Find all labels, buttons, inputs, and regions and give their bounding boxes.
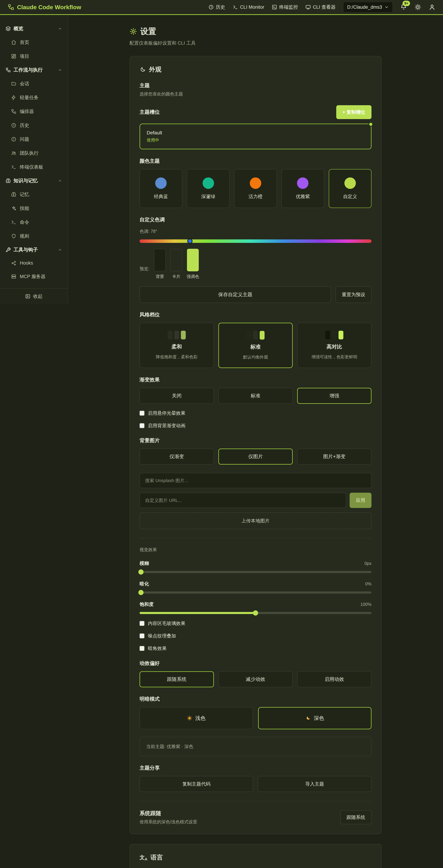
swatch-background bbox=[154, 249, 166, 271]
blur-slider[interactable] bbox=[139, 571, 372, 573]
theme-option-elegant-purple[interactable]: 优雅紫 bbox=[281, 169, 324, 208]
sidebar-item-history[interactable]: 历史 bbox=[0, 118, 68, 132]
save-custom-theme-button[interactable]: 保存自定义主题 bbox=[139, 286, 331, 303]
project-selector[interactable]: D:/Claude_dms3 bbox=[343, 2, 393, 12]
sidebar-item-team-execution[interactable]: 团队执行 bbox=[0, 146, 68, 160]
theme-toggle-sun-icon[interactable] bbox=[414, 4, 421, 10]
slot-active-dot bbox=[369, 122, 373, 127]
bg-option-image-gradient[interactable]: 图片+渐变 bbox=[297, 448, 372, 465]
mode-label: 明暗模式 bbox=[139, 695, 372, 703]
sidebar: 概览 首页 项目 工作流与执行 会话 轻量任务 编排器 历史 问题 团队执行 bbox=[0, 16, 68, 304]
sidebar-section-workflow[interactable]: 工作流与执行 bbox=[0, 63, 68, 77]
sparkles-icon bbox=[11, 206, 16, 211]
sidebar-item-sessions[interactable]: 会话 bbox=[0, 77, 68, 91]
item-label: 项目 bbox=[20, 53, 29, 59]
saturation-value: 100% bbox=[360, 602, 372, 607]
main-content: 设置 配置仪表板偏好设置和 CLI 工具 外观 主题 选择您喜欢的颜色主题 主题… bbox=[68, 15, 443, 868]
chevron-up-icon bbox=[58, 27, 62, 31]
sidebar-item-orchestrator[interactable]: 编排器 bbox=[0, 104, 68, 118]
sidebar-section-knowledge[interactable]: 知识与记忆 bbox=[0, 174, 68, 187]
apply-url-button[interactable]: 应用 bbox=[350, 493, 372, 508]
notification-bell-button[interactable]: 9+ bbox=[400, 3, 407, 11]
darken-value: 0% bbox=[365, 581, 372, 586]
hue-slider-thumb[interactable] bbox=[187, 239, 192, 244]
wrench-icon bbox=[5, 247, 11, 252]
sidebar-item-rules[interactable]: 规则 bbox=[0, 229, 68, 243]
nav-history[interactable]: 历史 bbox=[209, 4, 225, 10]
style-level-label: 风格档位 bbox=[139, 311, 372, 318]
theme-option-custom[interactable]: 自定义 bbox=[329, 169, 372, 208]
bg-image-label: 背景图片 bbox=[139, 437, 372, 444]
hover-glow-checkbox[interactable] bbox=[139, 411, 145, 415]
user-icon[interactable] bbox=[429, 4, 435, 10]
page-title-text: 设置 bbox=[140, 26, 156, 37]
theme-swatch bbox=[297, 178, 309, 189]
noise-texture-checkbox[interactable] bbox=[139, 633, 145, 638]
moon-icon bbox=[139, 66, 146, 73]
sidebar-item-light-tasks[interactable]: 轻量任务 bbox=[0, 91, 68, 104]
motion-option-enabled[interactable]: 启用动效 bbox=[297, 671, 372, 687]
import-theme-button[interactable]: 导入主题 bbox=[258, 776, 372, 792]
app-logo[interactable]: Claude Code Workflow bbox=[8, 4, 81, 10]
sidebar-item-skills[interactable]: 技能 bbox=[0, 202, 68, 215]
theme-option-classic-blue[interactable]: 经典蓝 bbox=[139, 169, 182, 208]
custom-image-url-input[interactable] bbox=[139, 493, 346, 508]
preview-swatch-accent: 强调色 bbox=[187, 249, 199, 279]
bg-anim-checkbox[interactable] bbox=[139, 423, 145, 428]
sidebar-item-home[interactable]: 首页 bbox=[0, 35, 68, 49]
copy-theme-code-button[interactable]: 复制主题代码 bbox=[139, 776, 253, 792]
reset-preset-button[interactable]: 重置为预设 bbox=[336, 286, 372, 303]
theme-option-vibrant-orange[interactable]: 活力橙 bbox=[234, 169, 277, 208]
gradient-option-standard[interactable]: 标准 bbox=[218, 388, 293, 404]
mode-option-dark[interactable]: 深色 bbox=[258, 707, 372, 729]
home-icon bbox=[11, 40, 16, 45]
sidebar-item-terminal-dashboard[interactable]: 终端仪表板 bbox=[0, 160, 68, 174]
darken-slider[interactable] bbox=[139, 591, 372, 593]
upload-local-image-button[interactable]: 上传本地图片 bbox=[139, 513, 372, 529]
vignette-checkbox-row[interactable]: 暗角效果 bbox=[139, 645, 372, 652]
motion-option-system[interactable]: 跟随系统 bbox=[139, 671, 214, 687]
sidebar-collapse-button[interactable]: 收起 bbox=[25, 293, 42, 300]
sidebar-item-memory[interactable]: 记忆 bbox=[0, 187, 68, 202]
notification-badge: 9+ bbox=[403, 1, 410, 6]
nav-cli-viewer[interactable]: CLI 查看器 bbox=[306, 4, 336, 10]
saturation-slider-fill bbox=[139, 612, 255, 614]
motion-option-reduced[interactable]: 减少动效 bbox=[218, 671, 293, 687]
slot-status: 使用中 bbox=[147, 137, 365, 143]
theme-option-deep-green[interactable]: 深邃绿 bbox=[187, 169, 229, 208]
nav-cli-monitor[interactable]: CLI Monitor bbox=[233, 4, 264, 10]
grid-icon bbox=[11, 54, 16, 59]
nav-terminal-monitor[interactable]: 终端监控 bbox=[272, 4, 298, 10]
blur-slider-thumb[interactable] bbox=[138, 569, 144, 575]
saturation-slider[interactable] bbox=[139, 612, 372, 614]
frosted-glass-checkbox-row[interactable]: 内容区毛玻璃效果 bbox=[139, 620, 372, 626]
system-follow-label: 系统跟随 bbox=[139, 810, 197, 817]
noise-texture-checkbox-row[interactable]: 噪点纹理叠加 bbox=[139, 633, 372, 639]
style-option-standard[interactable]: 标准 默认均衡外观 bbox=[218, 323, 293, 368]
bg-option-gradient-only[interactable]: 仅渐变 bbox=[139, 448, 214, 465]
gradient-option-enhanced[interactable]: 增强 bbox=[297, 388, 372, 404]
darken-slider-thumb[interactable] bbox=[138, 590, 144, 595]
sidebar-item-commands[interactable]: 命令 bbox=[0, 215, 68, 229]
unsplash-search-input[interactable] bbox=[139, 473, 372, 488]
sidebar-item-mcp-servers[interactable]: MCP 服务器 bbox=[0, 270, 68, 283]
sidebar-item-hooks[interactable]: Hooks bbox=[0, 256, 68, 270]
hue-slider[interactable] bbox=[139, 239, 372, 243]
bg-option-image-only[interactable]: 仅图片 bbox=[218, 448, 293, 465]
style-option-soft[interactable]: 柔和 降低饱和度，柔和色彩 bbox=[139, 323, 214, 368]
theme-slot-default[interactable]: Default 使用中 bbox=[139, 124, 372, 149]
bg-anim-checkbox-row[interactable]: 启用背景渐变动画 bbox=[139, 423, 372, 429]
hover-glow-checkbox-row[interactable]: 启用悬停光晕效果 bbox=[139, 410, 372, 416]
copy-slot-button[interactable]: + 复制槽位 bbox=[336, 105, 372, 119]
follow-system-button[interactable]: 跟随系统 bbox=[340, 810, 372, 824]
sidebar-item-issues[interactable]: 问题 bbox=[0, 132, 68, 146]
gradient-option-off[interactable]: 关闭 bbox=[139, 388, 214, 404]
mode-option-light[interactable]: 浅色 bbox=[139, 707, 253, 729]
style-option-high-contrast[interactable]: 高对比 增强可读性，色彩更鲜明 bbox=[297, 323, 372, 368]
vignette-checkbox[interactable] bbox=[139, 646, 145, 651]
sidebar-item-projects[interactable]: 项目 bbox=[0, 49, 68, 63]
sidebar-section-overview[interactable]: 概览 bbox=[0, 22, 68, 35]
saturation-slider-thumb[interactable] bbox=[253, 610, 258, 616]
sidebar-section-tools[interactable]: 工具与钩子 bbox=[0, 243, 68, 256]
frosted-glass-checkbox[interactable] bbox=[139, 621, 145, 626]
